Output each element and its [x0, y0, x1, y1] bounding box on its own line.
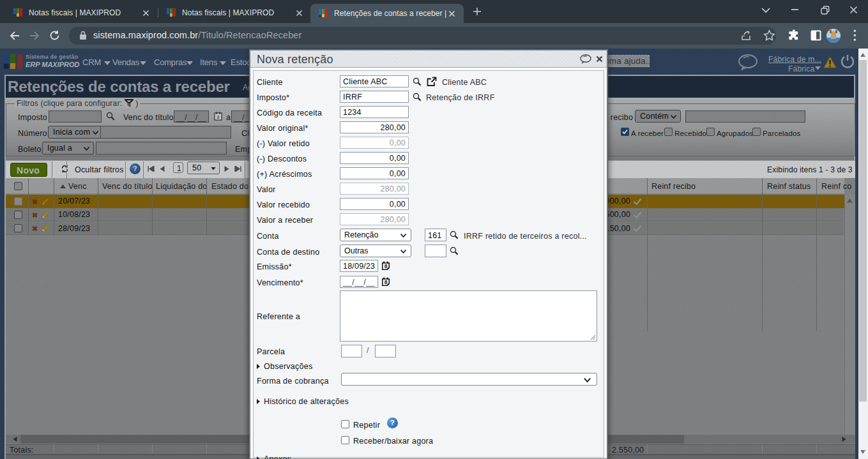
- svg-text:8: 8: [384, 280, 387, 286]
- svg-text:8: 8: [384, 264, 387, 270]
- svg-text:8: 8: [217, 114, 220, 120]
